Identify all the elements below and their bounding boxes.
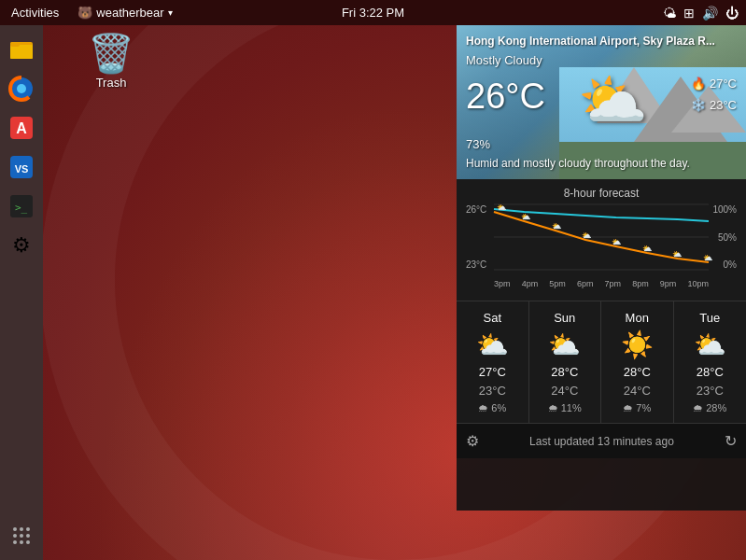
topbar: Activities 🐻 weatherbear ▾ Fri 3:22 PM 🌤… [0,0,746,25]
day-sun-name: Sun [554,311,575,325]
terminal-dock-icon[interactable]: >_ [5,189,38,223]
activities-button[interactable]: Activities [0,0,70,25]
svg-point-15 [20,534,23,538]
day-sun-high: 28°C [551,365,578,379]
trash-label: Trash [96,76,127,90]
power-icon[interactable]: ⏻ [725,6,739,21]
settings-button[interactable]: ⚙ [466,432,479,450]
network-icon[interactable]: ⊞ [683,6,695,21]
software-center-icon[interactable]: A [5,111,38,145]
weather-high-low: 🔥 27°C ❄️ 23°C [691,77,737,112]
refresh-button[interactable]: ↻ [725,432,737,450]
files-dock-icon[interactable] [5,33,38,66]
chart-y-right: 100% 50% 0% [709,204,737,270]
svg-point-11 [13,527,17,531]
rain-icon-2: 🌧 [548,402,558,413]
weather-location: Hong Kong International Airport, Sky Pla… [466,35,737,48]
day-sat-icon: ⛅ [476,329,509,360]
rain-icon: 🌧 [478,402,488,413]
vscode-dock-icon[interactable]: VS [5,150,38,184]
weather-current-temp: 26°C [466,77,545,117]
svg-point-12 [20,527,23,531]
day-tue-low: 23°C [697,384,724,398]
chart-x-labels: 3pm 4pm 5pm 6pm 7pm 8pm 9pm 10pm [494,279,709,288]
fire-icon: 🔥 [691,77,706,91]
svg-point-18 [20,540,23,544]
svg-rect-1 [10,45,33,59]
app-icon: 🐻 [77,6,92,20]
svg-text:⛅: ⛅ [672,249,683,259]
forecast-tue: Tue ⛅ 28°C 23°C 🌧 28% [674,301,747,423]
svg-text:VS: VS [15,163,29,175]
chart-svg-container: ⛅ ⛅ ⛅ ⛅ ⛅ ⛅ ⛅ ⛅ [494,204,709,270]
svg-text:A: A [16,120,27,136]
day-tue-high: 28°C [697,365,724,379]
weather-condition: Mostly Cloudy [466,53,542,67]
rain-icon-4: 🌧 [693,402,703,413]
day-mon-high: 28°C [624,365,651,379]
svg-point-16 [26,534,30,538]
app-name[interactable]: 🐻 weatherbear ▾ [70,6,179,20]
last-updated: Last updated 13 minutes ago [479,435,725,448]
svg-text:⛅: ⛅ [552,221,562,231]
day-sun-low: 24°C [551,384,578,398]
daily-forecast: Sat ⛅ 27°C 23°C 🌧 6% Sun ⛅ 28°C 24°C 🌧 1… [457,301,746,423]
chevron-down-icon: ▾ [168,7,173,18]
weather-description: Humid and mostly cloudy throughout the d… [466,157,737,170]
svg-text:>_: >_ [15,202,28,214]
day-sat-rain: 🌧 6% [478,402,506,413]
svg-rect-2 [10,42,20,47]
weather-footer: ⚙ Last updated 13 minutes ago ↻ [457,423,746,458]
day-sun-icon: ⛅ [548,329,581,360]
svg-text:⛅: ⛅ [612,237,623,247]
weather-tray-icon[interactable]: 🌤 [663,6,676,21]
weather-low: ❄️ 23°C [691,98,737,112]
svg-point-19 [26,540,30,544]
svg-text:⛅: ⛅ [703,253,713,263]
application-dock: A VS >_ ⚙ [0,25,43,560]
chart-area: 26°C 23°C 100% 50% 0% [466,204,737,288]
forecast-sun: Sun ⛅ 28°C 24°C 🌧 11% [529,301,602,423]
svg-text:⛅: ⛅ [642,244,653,254]
day-mon-rain: 🌧 7% [623,402,651,413]
rain-icon-3: 🌧 [623,402,633,413]
system-settings-icon[interactable]: ⚙ [5,229,38,262]
day-sat-low: 23°C [479,384,506,398]
day-sat-name: Sat [483,311,501,325]
app-grid-button[interactable] [5,519,38,553]
forecast-mon: Mon ☀️ 28°C 24°C 🌧 7% [601,301,674,423]
weather-widget: Hong Kong International Airport, Sky Pla… [457,25,746,511]
weather-header: Hong Kong International Airport, Sky Pla… [457,25,746,179]
svg-text:⛅: ⛅ [497,203,507,213]
forecast-sat: Sat ⛅ 27°C 23°C 🌧 6% [457,301,529,423]
firefox-dock-icon[interactable] [5,72,38,105]
day-sat-high: 27°C [479,365,506,379]
svg-text:⛅: ⛅ [582,231,592,241]
system-tray: 🌤 ⊞ 🔊 ⏻ [663,6,739,21]
svg-point-13 [26,527,30,531]
clock: Fri 3:22 PM [342,6,404,20]
weather-humidity: 73% [466,137,490,151]
day-tue-name: Tue [699,311,720,325]
chart-y-left: 26°C 23°C [466,204,494,270]
day-mon-icon: ☀️ [621,329,654,360]
day-sun-rain: 🌧 11% [548,402,582,413]
trash-desktop-icon[interactable]: 🗑️ Trash [78,25,144,90]
day-tue-icon: ⛅ [694,329,726,360]
weather-condition-icon: ⛅ [578,67,648,133]
day-mon-low: 24°C [624,384,651,398]
svg-point-14 [13,534,17,538]
svg-point-4 [17,84,26,93]
day-tue-rain: 🌧 28% [693,402,726,413]
trash-image: 🗑️ [88,35,134,72]
snowflake-icon: ❄️ [691,98,706,112]
forecast-title: 8-hour forecast [466,187,737,200]
forecast-chart: 8-hour forecast 26°C 23°C 100% 50% 0% [457,179,746,301]
day-mon-name: Mon [626,311,649,325]
svg-point-17 [13,540,17,544]
volume-icon[interactable]: 🔊 [702,6,718,21]
svg-text:⛅: ⛅ [521,212,531,222]
weather-high: 🔥 27°C [691,77,737,91]
